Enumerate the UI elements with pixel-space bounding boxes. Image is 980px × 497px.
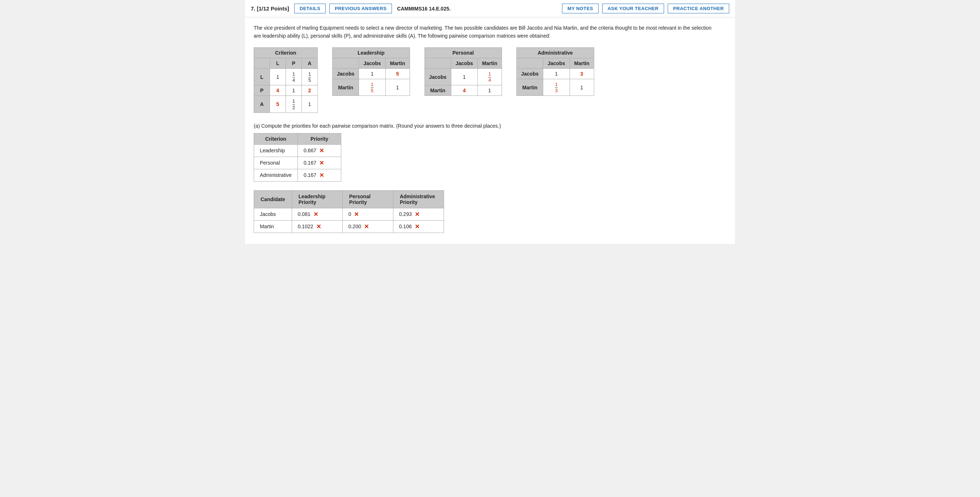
criterion-matrix: Criterion L P A L 1	[254, 48, 318, 113]
personal-header-martin: Martin	[478, 58, 502, 68]
administrative-header-martin: Martin	[570, 58, 594, 68]
matrices-row: Criterion L P A L 1	[254, 48, 726, 113]
main-content: The vice president of Harling Equipment …	[245, 17, 735, 244]
priority-value-administrative: 0.167 ✕	[298, 169, 341, 181]
clear-administrative-priority[interactable]: ✕	[319, 172, 324, 179]
details-button[interactable]: DETAILS	[294, 4, 326, 13]
leadership-cell-jm: 5	[385, 68, 410, 79]
table-row: Personal 0.167 ✕	[254, 157, 341, 169]
personal-matrix-title: Personal	[425, 48, 502, 58]
header-bar: 7. [1/12 Points] DETAILS PREVIOUS ANSWER…	[245, 0, 735, 17]
administrative-row-martin: Martin	[517, 79, 543, 96]
clear-martin-admin[interactable]: ✕	[415, 223, 420, 230]
ask-teacher-button[interactable]: ASK YOUR TEACHER	[602, 4, 664, 13]
table-row: Jacobs 1 3	[517, 68, 594, 79]
previous-answers-button[interactable]: PREVIOUS ANSWERS	[329, 4, 392, 13]
personal-header-empty	[425, 58, 451, 68]
personal-matrix: Personal Jacobs Martin Jacobs 1	[425, 48, 502, 96]
table-row: Administrative 0.167 ✕	[254, 169, 341, 181]
criterion-cell-lp: 14	[286, 68, 302, 85]
part-a-label: (a) Compute the priorities for each pair…	[254, 123, 726, 129]
my-notes-button[interactable]: MY NOTES	[562, 4, 598, 13]
priority-criterion-personal: Personal	[254, 157, 298, 169]
criterion-header-l: L	[270, 58, 286, 68]
criterion-matrix-container: Criterion L P A L 1	[254, 48, 318, 113]
administrative-row-jacobs: Jacobs	[517, 68, 543, 79]
personal-cell-jm: 14	[478, 68, 502, 85]
priority-value-leadership: 0.667 ✕	[298, 144, 341, 157]
criterion-cell-pa: 2	[302, 85, 318, 96]
candidate-table: Candidate Leadership Priority Personal P…	[254, 190, 444, 233]
criterion-header-a: A	[302, 58, 318, 68]
administrative-cell-mm: 1	[570, 79, 594, 96]
candidate-col-personal: Personal Priority	[342, 190, 393, 208]
criterion-row-p: P	[254, 85, 270, 96]
leadership-header-empty	[332, 58, 359, 68]
personal-cell-jj: 1	[451, 68, 477, 85]
clear-martin-leadership[interactable]: ✕	[316, 223, 321, 230]
table-row: Jacobs 1 5	[332, 68, 410, 79]
priority-col-criterion: Criterion	[254, 133, 298, 144]
clear-personal-priority[interactable]: ✕	[319, 159, 324, 167]
leadership-matrix: Leadership Jacobs Martin Jacobs 1 5	[332, 48, 410, 96]
candidate-col-candidate: Candidate	[254, 190, 292, 208]
personal-matrix-container: Personal Jacobs Martin Jacobs 1	[425, 48, 502, 96]
criterion-cell-ll: 1	[270, 68, 286, 85]
table-row: Martin 0.1022 ✕ 0.200 ✕	[254, 220, 444, 233]
table-row: Jacobs 1 14	[425, 68, 502, 85]
personal-row-jacobs: Jacobs	[425, 68, 451, 85]
table-row: Martin 15 1	[332, 79, 410, 96]
leadership-header-jacobs: Jacobs	[359, 58, 385, 68]
table-row: Martin 13 1	[517, 79, 594, 96]
martin-leadership-priority: 0.1022 ✕	[292, 220, 342, 233]
clear-jacobs-admin[interactable]: ✕	[415, 211, 420, 218]
criterion-cell-aa: 1	[302, 96, 318, 113]
criterion-cell-al: 5	[270, 96, 286, 113]
administrative-cell-jj: 1	[543, 68, 570, 79]
table-row: Leadership 0.667 ✕	[254, 144, 341, 157]
administrative-matrix: Administrative Jacobs Martin Jacobs 1 3	[516, 48, 594, 96]
criterion-cell-pl: 4	[270, 85, 286, 96]
priority-table: Criterion Priority Leadership 0.667 ✕ Pe…	[254, 133, 341, 182]
criterion-cell-pp: 1	[286, 85, 302, 96]
jacobs-leadership-priority: 0.081 ✕	[292, 208, 342, 220]
leadership-cell-jj: 1	[359, 68, 385, 79]
priority-criterion-leadership: Leadership	[254, 144, 298, 157]
clear-leadership-priority[interactable]: ✕	[319, 147, 324, 154]
candidate-col-admin: Administrative Priority	[393, 190, 444, 208]
clear-martin-personal[interactable]: ✕	[364, 223, 369, 230]
candidate-name-martin: Martin	[254, 220, 292, 233]
administrative-header-empty	[517, 58, 543, 68]
martin-admin-priority: 0.106 ✕	[393, 220, 444, 233]
administrative-matrix-container: Administrative Jacobs Martin Jacobs 1 3	[516, 48, 594, 96]
criterion-cell-ap: 12	[286, 96, 302, 113]
table-row: Martin 4 1	[425, 85, 502, 96]
leadership-matrix-container: Leadership Jacobs Martin Jacobs 1 5	[332, 48, 410, 96]
administrative-matrix-title: Administrative	[517, 48, 594, 58]
candidate-name-jacobs: Jacobs	[254, 208, 292, 220]
criterion-row-l: L	[254, 68, 270, 85]
criterion-header-p: P	[286, 58, 302, 68]
personal-cell-mm: 1	[478, 85, 502, 96]
administrative-header-jacobs: Jacobs	[543, 58, 570, 68]
clear-jacobs-leadership[interactable]: ✕	[313, 211, 318, 218]
jacobs-admin-priority: 0.293 ✕	[393, 208, 444, 220]
problem-text: The vice president of Harling Equipment …	[254, 24, 717, 40]
table-row: A 5 12 1	[254, 96, 318, 113]
administrative-cell-mj: 13	[543, 79, 570, 96]
clear-jacobs-personal[interactable]: ✕	[354, 211, 359, 218]
header-right-buttons: MY NOTES ASK YOUR TEACHER PRACTICE ANOTH…	[562, 4, 729, 13]
table-row: L 1 14 15	[254, 68, 318, 85]
leadership-matrix-title: Leadership	[332, 48, 410, 58]
jacobs-personal-priority: 0 ✕	[342, 208, 393, 220]
martin-personal-priority: 0.200 ✕	[342, 220, 393, 233]
priority-criterion-administrative: Administrative	[254, 169, 298, 181]
table-row: P 4 1 2	[254, 85, 318, 96]
leadership-row-jacobs: Jacobs	[332, 68, 359, 79]
table-row: Jacobs 0.081 ✕ 0 ✕	[254, 208, 444, 220]
administrative-cell-jm: 3	[570, 68, 594, 79]
criterion-matrix-title: Criterion	[254, 48, 318, 58]
practice-another-button[interactable]: PRACTICE ANOTHER	[668, 4, 729, 13]
personal-header-jacobs: Jacobs	[451, 58, 477, 68]
leadership-cell-mj: 15	[359, 79, 385, 96]
